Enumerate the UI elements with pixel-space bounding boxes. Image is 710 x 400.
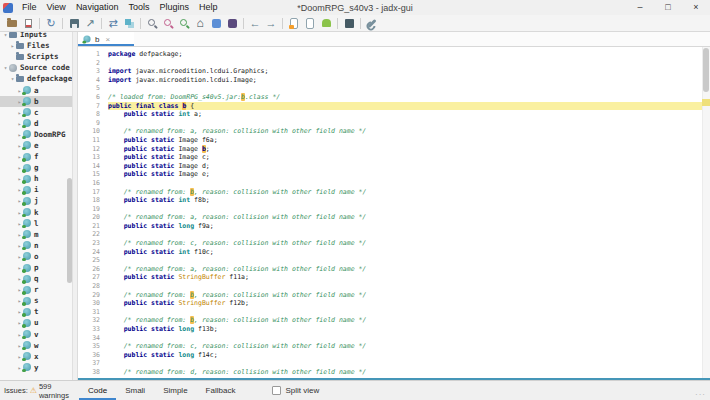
split-view-checkbox[interactable] — [272, 386, 281, 395]
code-line-5[interactable] — [108, 84, 710, 93]
code-line-31[interactable] — [108, 308, 710, 317]
bottom-tab-code[interactable]: Code — [79, 381, 116, 400]
tree-scrollbar[interactable] — [67, 32, 72, 380]
quark-analysis-icon[interactable] — [318, 16, 334, 31]
tree-item-u[interactable]: u — [0, 317, 72, 328]
tree-item-e[interactable]: e — [0, 140, 72, 151]
code-line-33[interactable]: public static long f13b; — [108, 325, 710, 334]
code-line-6[interactable]: /* loaded from: DoomRPG_s40v5.jar:b.clas… — [108, 93, 710, 102]
code-line-14[interactable]: public static Image d; — [108, 162, 710, 171]
code-line-7[interactable]: public final class b { — [108, 102, 710, 111]
add-files-icon[interactable] — [20, 16, 36, 31]
code-line-9[interactable] — [108, 119, 710, 128]
tree-item-p[interactable]: p — [0, 262, 72, 273]
tree-item-w[interactable]: w — [0, 340, 72, 351]
code-line-37[interactable] — [108, 359, 710, 368]
code-line-22[interactable] — [108, 230, 710, 239]
save-all-icon[interactable] — [66, 16, 82, 31]
comment-search-icon[interactable] — [176, 16, 192, 31]
code-line-11[interactable]: public static Image f6a; — [108, 136, 710, 145]
menu-help[interactable]: Help — [194, 0, 223, 15]
menu-plugins[interactable]: Plugins — [154, 0, 194, 15]
bottom-tab-simple[interactable]: Simple — [154, 381, 196, 400]
bottom-tab-smali[interactable]: Smali — [116, 381, 154, 400]
tree-item-x[interactable]: x — [0, 351, 72, 362]
tree-item-doomrpg[interactable]: DoomRPG — [0, 129, 72, 140]
menu-file[interactable]: File — [17, 0, 42, 15]
code-lines[interactable]: package defpackage;import javax.microedi… — [106, 50, 710, 380]
code-line-18[interactable]: public static int f8b; — [108, 196, 710, 205]
editor-scrollbar-thumb[interactable] — [703, 48, 709, 92]
code-line-3[interactable]: import javax.microedition.lcdui.Graphics… — [108, 67, 710, 76]
tree-item-r[interactable]: r — [0, 284, 72, 295]
tree-item-n[interactable]: n — [0, 240, 72, 251]
tree-item-q[interactable]: q — [0, 273, 72, 284]
code-line-10[interactable]: /* renamed from: a, reason: collision wi… — [108, 127, 710, 136]
menu-navigation[interactable]: Navigation — [71, 0, 124, 15]
text-search-icon[interactable] — [144, 16, 160, 31]
code-line-35[interactable]: /* renamed from: c, reason: collision wi… — [108, 342, 710, 351]
tree-item-s[interactable]: s — [0, 295, 72, 306]
class-search-icon[interactable] — [160, 16, 176, 31]
editor-tab-b[interactable]: b × — [78, 32, 134, 46]
code-line-12[interactable]: public static Image b; — [108, 145, 710, 154]
code-line-21[interactable]: public static long f9a; — [108, 222, 710, 231]
code-line-32[interactable]: /* renamed from: b, reason: collision wi… — [108, 316, 710, 325]
tree-item-i[interactable]: i — [0, 184, 72, 195]
code-line-15[interactable]: public static Image e; — [108, 170, 710, 179]
tree-item-v[interactable]: v — [0, 329, 72, 340]
tree-item-inputs[interactable]: Inputs — [0, 32, 72, 40]
preferences-wrench-icon[interactable] — [364, 16, 380, 31]
tree-item-a[interactable]: a — [0, 84, 72, 95]
chevron-icon[interactable] — [2, 64, 9, 71]
code-line-13[interactable]: public static Image c; — [108, 153, 710, 162]
issues-status[interactable]: Issues: ⚠ 599 warnings — [0, 381, 79, 400]
java-panel-icon[interactable] — [208, 16, 224, 31]
code-line-4[interactable]: import javax.microedition.lcdui.Image; — [108, 76, 710, 85]
code-line-27[interactable]: public static StringBuffer f11a; — [108, 273, 710, 282]
flat-packages-icon[interactable] — [121, 16, 137, 31]
menu-tools[interactable]: Tools — [123, 0, 154, 15]
code-line-28[interactable] — [108, 282, 710, 291]
adb-debug-icon[interactable] — [302, 16, 318, 31]
tree-item-source-code[interactable]: Source code — [0, 62, 72, 73]
tree-item-d[interactable]: d — [0, 118, 72, 129]
code-line-20[interactable]: /* renamed from: a, reason: collision wi… — [108, 213, 710, 222]
tree-item-h[interactable]: h — [0, 173, 72, 184]
main-activity-icon[interactable]: ⌂ — [192, 16, 208, 31]
tree-scrollbar-thumb[interactable] — [67, 178, 72, 282]
minimize-button[interactable]: – — [626, 0, 654, 15]
navigate-back-icon[interactable]: ← — [247, 16, 263, 31]
tree-item-k[interactable]: k — [0, 207, 72, 218]
tree-item-o[interactable]: o — [0, 251, 72, 262]
resize-grip-icon[interactable] — [695, 390, 706, 399]
code-area[interactable]: 1234567891011121314151617181920212223242… — [78, 47, 710, 380]
code-line-1[interactable]: package defpackage; — [108, 50, 710, 59]
export-icon[interactable]: ↗ — [82, 16, 98, 31]
deobfuscation-icon[interactable] — [286, 16, 302, 31]
tree-item-t[interactable]: t — [0, 306, 72, 317]
chevron-icon[interactable] — [9, 42, 16, 49]
code-line-24[interactable]: public static int f10c; — [108, 248, 710, 257]
navigate-forward-icon[interactable]: → — [263, 16, 279, 31]
code-line-16[interactable] — [108, 179, 710, 188]
open-file-icon[interactable] — [4, 16, 20, 31]
chevron-icon[interactable] — [9, 75, 16, 82]
tree-item-m[interactable]: m — [0, 229, 72, 240]
code-line-2[interactable] — [108, 59, 710, 68]
smali-panel-icon[interactable] — [224, 16, 240, 31]
tree-item-defpackage[interactable]: defpackage — [0, 73, 72, 84]
close-button[interactable]: × — [682, 0, 710, 15]
sync-with-editor-icon[interactable]: ⇄ — [105, 16, 121, 31]
code-line-30[interactable]: public static StringBuffer f12b; — [108, 299, 710, 308]
log-viewer-icon[interactable] — [341, 16, 357, 31]
tree-item-j[interactable]: j — [0, 195, 72, 206]
tab-close-icon[interactable]: × — [105, 35, 110, 44]
split-view-option[interactable]: Split view — [272, 381, 319, 400]
code-line-34[interactable] — [108, 334, 710, 343]
code-line-8[interactable]: public static int a; — [108, 110, 710, 119]
editor-scrollbar[interactable] — [702, 47, 710, 378]
tree-item-scripts[interactable]: Scripts — [0, 51, 72, 62]
tree-item-y[interactable]: y — [0, 362, 72, 373]
code-line-25[interactable] — [108, 256, 710, 265]
